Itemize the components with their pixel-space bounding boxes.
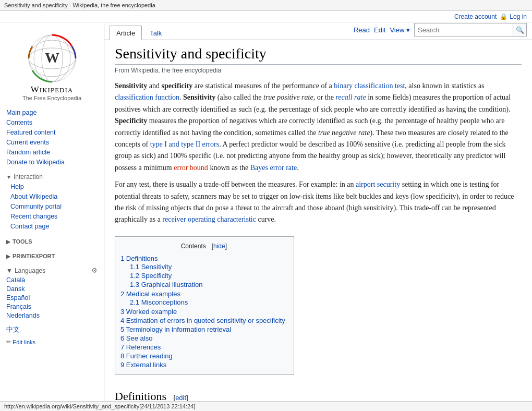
tab-view[interactable]: View ▾ — [390, 26, 410, 34]
wikipedia-logo: W — [26, 32, 78, 84]
toc-link-6[interactable]: 6 See also — [120, 334, 152, 342]
lang-nederlands[interactable]: Nederlands — [6, 311, 98, 320]
intro-paragraph-2: For any test, there is usually a trade-o… — [115, 179, 522, 226]
toc-item-9: 9 External links — [120, 360, 285, 369]
interaction-list: Help About Wikipedia Community portal Re… — [0, 182, 104, 231]
search-input[interactable] — [414, 23, 513, 37]
toc-item-6: 6 See also — [120, 334, 285, 343]
sensitivity-bold-2: Sensitivity — [183, 93, 215, 101]
bayes-error-link[interactable]: Bayes error rate — [250, 164, 297, 172]
classification-function-link[interactable]: classification function — [115, 93, 179, 101]
tab-read[interactable]: Read — [354, 26, 370, 34]
contents-bracket: [hide] — [210, 243, 227, 250]
toc-item-8: 8 Further reading — [120, 352, 285, 360]
edit-links-line: ✏ Edit links — [6, 336, 98, 347]
tab-talk[interactable]: Talk — [143, 26, 168, 40]
tools-label: Tools — [13, 238, 32, 245]
toc-item-7: 7 References — [120, 343, 285, 352]
toc-link-1-3[interactable]: 1.3 Graphical illustration — [130, 281, 202, 288]
layout: W WIKIPEDIA The Free Encyclopedia Main p… — [0, 23, 532, 411]
tab-article[interactable]: Article — [110, 26, 142, 40]
logo-svg: W — [26, 32, 78, 84]
lang-chinese-link[interactable]: 中文 — [6, 323, 98, 336]
sidebar-item-contents[interactable]: Contents — [6, 117, 104, 127]
tools-heading[interactable]: ▶ Tools — [0, 235, 104, 246]
toc-item-1-1: 1.1 Sensitivity — [130, 262, 285, 271]
lang-catala[interactable]: Català — [6, 275, 98, 284]
toc-link-8[interactable]: 8 Further reading — [120, 352, 173, 360]
tab-bar: Article Talk Read Edit View ▾ 🔍 — [104, 23, 532, 40]
wikipedia-wordmark: WIKIPEDIA — [0, 84, 104, 95]
edit-links-link[interactable]: Edit links — [13, 339, 35, 345]
sidebar-item-random[interactable]: Random article — [6, 147, 104, 157]
interaction-heading[interactable]: ▼ Interaction — [0, 171, 104, 182]
top-bar: Create account 🔒 Log in — [0, 11, 532, 23]
contents-hide-link[interactable]: hide — [213, 243, 225, 250]
tab-edit[interactable]: Edit — [374, 26, 385, 34]
print-arrow: ▶ — [6, 253, 10, 259]
print-section: ▶ Print/export — [0, 248, 104, 262]
lock-icon: 🔒 — [500, 13, 507, 20]
interaction-section: ▼ Interaction Help About Wikipedia Commu… — [0, 169, 104, 233]
error-bound-link[interactable]: error bound — [174, 164, 208, 172]
sidebar-item-featured[interactable]: Featured content — [6, 127, 104, 137]
create-account-link[interactable]: Create account — [454, 13, 497, 20]
sidebar-item-recent[interactable]: Recent changes — [10, 211, 104, 221]
browser-title-text: Sensitivity and specificity - Wikipedia,… — [4, 2, 155, 8]
sidebar-item-events[interactable]: Current events — [6, 137, 104, 147]
tnr-italic: true negative rate — [318, 129, 370, 137]
toc-item-5: 5 Terminology in information retrieval — [120, 325, 285, 334]
contents-title: Contents [hide] — [120, 242, 285, 250]
toc-link-2-1[interactable]: 2.1 Misconceptions — [130, 298, 188, 306]
wikipedia-tagline: The Free Encyclopedia — [0, 95, 104, 101]
lang-arrow: ▼ — [6, 267, 13, 274]
tools-arrow: ▶ — [6, 239, 10, 245]
sidebar-item-contact[interactable]: Contact page — [10, 221, 104, 231]
sidebar-item-community[interactable]: Community portal — [10, 201, 104, 211]
contents-box: Contents [hide] 1 Definitions 1.1 Sensit… — [115, 236, 294, 375]
languages-section: ▼ Languages ⚙ Català Dansk Español Franç… — [0, 262, 104, 349]
sensitivity-bold: Sensitivity — [115, 82, 147, 90]
roc-link[interactable]: receiver operating characteristic — [162, 215, 256, 223]
binary-classification-link[interactable]: binary classification test — [334, 82, 405, 90]
sidebar-item-donate[interactable]: Donate to Wikipedia — [6, 157, 104, 167]
lang-settings-icon[interactable]: ⚙ — [91, 267, 98, 274]
recall-rate-link[interactable]: recall rate — [335, 93, 366, 101]
toc-item-2-1: 2.1 Misconceptions — [130, 298, 285, 307]
toc-link-1[interactable]: 1 Definitions — [120, 255, 158, 262]
toc-link-4[interactable]: 4 Estimation of errors in quoted sensiti… — [120, 317, 285, 324]
print-label: Print/export — [13, 253, 55, 259]
toc-item-3: 3 Worked example — [120, 307, 285, 316]
languages-label: Languages — [15, 267, 45, 274]
tab-left: Article Talk — [110, 25, 168, 40]
toc-link-3[interactable]: 3 Worked example — [120, 308, 177, 316]
type-errors-link[interactable]: type I and type II errors — [150, 140, 220, 148]
toc-link-1-2[interactable]: 1.2 Specificity — [130, 272, 172, 280]
svg-text:W: W — [45, 50, 59, 66]
lang-francais[interactable]: Français — [6, 302, 98, 311]
sidebar-item-about[interactable]: About Wikipedia — [10, 191, 104, 201]
toc-link-2[interactable]: 2 Medical examples — [120, 290, 180, 298]
specificity-bold: specificity — [161, 82, 192, 90]
article-title: Sensitivity and specificity — [115, 45, 522, 65]
sidebar-item-main-page[interactable]: Main page — [6, 107, 104, 117]
sidebar-item-help[interactable]: Help — [10, 182, 104, 191]
toc-link-9[interactable]: 9 External links — [120, 361, 166, 369]
print-heading[interactable]: ▶ Print/export — [0, 250, 104, 260]
toc-link-1-1[interactable]: 1.1 Sensitivity — [130, 263, 172, 271]
languages-heading[interactable]: ▼ Languages ⚙ — [6, 264, 98, 275]
toc-item-2: 2 Medical examples 2.1 Misconceptions — [120, 289, 285, 307]
toc-sub-1: 1.1 Sensitivity 1.2 Specificity 1.3 Grap… — [120, 262, 285, 289]
from-wikipedia: From Wikipedia, the free encyclopedia — [115, 67, 522, 74]
log-in-link[interactable]: Log in — [510, 13, 527, 20]
toc-sub-2: 2.1 Misconceptions — [120, 298, 285, 307]
toc-link-7[interactable]: 7 References — [120, 343, 161, 351]
definitions-edit-link[interactable]: edit — [175, 394, 186, 402]
airport-security-link[interactable]: airport security — [356, 180, 400, 188]
toc-link-5[interactable]: 5 Terminology in information retrieval — [120, 325, 231, 333]
pencil-icon: ✏ — [6, 339, 11, 345]
lang-espanol[interactable]: Español — [6, 293, 98, 302]
search-button[interactable]: 🔍 — [513, 23, 527, 37]
main-nav: Main page Contents Featured content Curr… — [0, 105, 104, 169]
lang-dansk[interactable]: Dansk — [6, 284, 98, 293]
